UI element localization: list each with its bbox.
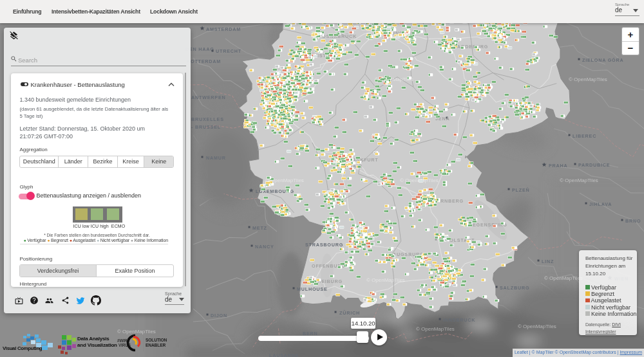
svg-text:AMSTERDAM: AMSTERDAM [206,26,241,32]
svg-text:Visual Computing: Visual Computing [3,345,43,351]
svg-text:LIBEREC: LIBEREC [573,133,596,139]
svg-text:ZIELONA GÓRA: ZIELONA GÓRA [582,57,623,63]
svg-text:Data Analysis: Data Analysis [77,336,109,342]
svg-text:MULHOUSE: MULHOUSE [297,286,328,292]
svg-text:PRAHA: PRAHA [549,163,568,169]
svg-text:BRUXELLES: BRUXELLES [191,116,224,122]
svg-text:UTRECHT: UTRECHT [216,48,242,54]
svg-text:STRASBOURG: STRASBOURG [305,242,343,248]
svg-text:PARDUBICE: PARDUBICE [578,162,610,168]
svg-text:ROTTERDAM: ROTTERDAM [187,59,221,64]
svg-text:- BRUSSEL: - BRUSSEL [191,124,221,130]
svg-text:PLZEŇ: PLZEŇ [512,187,530,193]
svg-text:ZÜRICH: ZÜRICH [339,310,360,316]
svg-text:© OpenMapTiles: © OpenMapTiles [560,178,598,183]
svg-text:© OpenMapTiles: © OpenMapTiles [544,275,583,281]
svg-text:ANTWERPEN: ANTWERPEN [191,95,226,100]
svg-text:and Visualization: and Visualization [77,342,117,348]
svg-text:ENABLER: ENABLER [146,343,166,347]
svg-text:METZ: METZ [252,225,267,231]
svg-text:LAUSANNE: LAUSANNE [269,352,299,357]
svg-text:© OpenMapTiles: © OpenMapTiles [518,324,556,329]
svg-text:INNSBRUCK: INNSBRUCK [443,317,475,323]
svg-text:© OpenMapTiles: © OpenMapTiles [569,77,607,82]
svg-text:© OpenMapTiles: © OpenMapTiles [416,326,455,332]
svg-text:NANCY: NANCY [255,244,274,250]
svg-text:SALZBURG: SALZBURG [500,285,529,291]
svg-text:LINZ: LINZ [542,259,554,264]
svg-text:BRNO: BRNO [625,218,641,224]
svg-text:DIJON: DIJON [211,313,227,318]
svg-text:SOLUTION: SOLUTION [146,338,167,342]
svg-text:JIHLAVA: JIHLAVA [589,201,612,207]
svg-text:NAMUR: NAMUR [206,155,226,161]
svg-text:MAGDEBURG: MAGDEBURG [453,44,488,50]
svg-text:© OpenMapTiles: © OpenMapTiles [366,277,405,283]
